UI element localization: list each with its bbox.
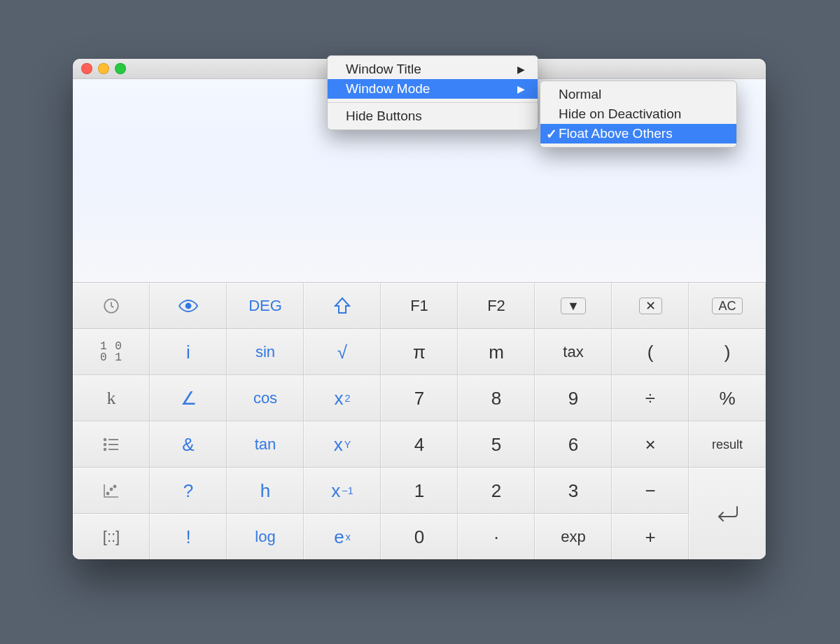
angle-button[interactable]: ∠ — [150, 375, 227, 421]
digit-7-button[interactable]: 7 — [381, 375, 458, 421]
context-menu: Window Title ▶ Window Mode ▶ Hide Button… — [327, 55, 538, 130]
menu-item-hide-buttons[interactable]: Hide Buttons — [328, 106, 538, 126]
lparen-button[interactable]: ( — [612, 329, 689, 375]
minus-button[interactable]: − — [612, 468, 689, 514]
svg-point-8 — [106, 492, 108, 494]
percent-button[interactable]: % — [689, 375, 766, 421]
digit-3-button[interactable]: 3 — [535, 468, 612, 514]
xy-base: x — [334, 434, 343, 456]
factorial-button[interactable]: ! — [150, 514, 227, 559]
close-button[interactable] — [81, 63, 92, 74]
menu-item-hide-on-deactivation[interactable]: Hide on Deactivation — [540, 104, 736, 124]
h-button[interactable]: h — [227, 468, 304, 514]
enter-button[interactable] — [689, 468, 766, 559]
svg-point-6 — [104, 449, 106, 451]
digit-1-button[interactable]: 1 — [381, 468, 458, 514]
divide-button[interactable]: ÷ — [612, 375, 689, 421]
matrix-button[interactable]: [::] — [73, 514, 150, 559]
deg-button[interactable]: DEG — [227, 283, 304, 329]
binary-button[interactable]: 1 0 0 1 — [73, 329, 150, 375]
digit-9-button[interactable]: 9 — [535, 375, 612, 421]
list-button[interactable] — [73, 421, 150, 468]
tan-button[interactable]: tan — [227, 421, 304, 468]
x-squared-sup: 2 — [345, 393, 351, 404]
digit-5-button[interactable]: 5 — [458, 421, 535, 468]
svg-point-1 — [186, 304, 191, 309]
sin-button[interactable]: sin — [227, 329, 304, 375]
cos-button[interactable]: cos — [227, 375, 304, 421]
clear-button[interactable]: ✕ — [612, 283, 689, 329]
minimize-button[interactable] — [98, 63, 109, 74]
question-button[interactable]: ? — [150, 468, 227, 514]
checkmark-icon: ✓ — [546, 126, 557, 142]
close-icon: ✕ — [639, 298, 662, 314]
sqrt-button[interactable]: √ — [304, 329, 381, 375]
ampersand-button[interactable]: & — [150, 421, 227, 468]
rparen-button[interactable]: ) — [689, 329, 766, 375]
svg-point-4 — [104, 444, 106, 446]
menu-item-label: Float Above Others — [559, 126, 673, 141]
f2-button[interactable]: F2 — [458, 283, 535, 329]
menu-item-float-above-others[interactable]: ✓ Float Above Others — [540, 124, 736, 144]
log-button[interactable]: log — [227, 514, 304, 559]
shift-button[interactable] — [304, 283, 381, 329]
digit-8-button[interactable]: 8 — [458, 375, 535, 421]
binary-icon: 1 0 0 1 — [100, 341, 122, 363]
digit-4-button[interactable]: 4 — [381, 421, 458, 468]
imaginary-i-button[interactable]: i — [150, 329, 227, 375]
x-squared-base: x — [335, 388, 344, 410]
scatter-plot-icon — [103, 483, 120, 498]
clock-icon — [102, 297, 120, 315]
chevron-down-icon: ▼ — [561, 298, 586, 314]
window-mode-submenu: Normal Hide on Deactivation ✓ Float Abov… — [540, 80, 737, 148]
ac-label: AC — [712, 298, 742, 314]
shift-up-icon — [334, 297, 351, 315]
digit-2-button[interactable]: 2 — [458, 468, 535, 514]
memory-button[interactable]: m — [458, 329, 535, 375]
menu-item-label: Hide Buttons — [346, 108, 422, 124]
menu-item-label: Window Title — [346, 62, 421, 77]
menu-item-window-mode[interactable]: Window Mode ▶ — [328, 79, 538, 99]
result-button[interactable]: result — [689, 421, 766, 468]
return-icon — [713, 504, 741, 524]
pi-button[interactable]: π — [381, 329, 458, 375]
list-icon — [103, 438, 120, 451]
ac-button[interactable]: AC — [689, 283, 766, 329]
keypad: DEG F1 F2 ▼ ✕ AC 1 0 0 1 i sin √ π m tax… — [73, 283, 766, 559]
xinv-base: x — [331, 480, 340, 502]
ex-sup: x — [346, 531, 351, 542]
plus-button[interactable]: + — [612, 514, 689, 559]
dropdown-button[interactable]: ▼ — [535, 283, 612, 329]
menu-item-label: Normal — [559, 87, 601, 102]
xinv-sup: −1 — [342, 485, 353, 496]
tax-button[interactable]: tax — [535, 329, 612, 375]
eye-icon — [178, 299, 199, 313]
e-power-x-button[interactable]: ex — [304, 514, 381, 559]
svg-point-2 — [104, 439, 106, 441]
multiply-button[interactable]: × — [612, 421, 689, 468]
plot-button[interactable] — [73, 468, 150, 514]
ex-base: e — [334, 526, 344, 548]
menu-separator — [328, 102, 538, 103]
menu-item-label: Window Mode — [346, 81, 430, 97]
digit-0-button[interactable]: 0 — [381, 514, 458, 559]
menu-item-window-title[interactable]: Window Title ▶ — [328, 59, 538, 79]
x-power-y-button[interactable]: xY — [304, 421, 381, 468]
menu-item-label: Hide on Deactivation — [559, 106, 681, 122]
k-button[interactable]: k — [73, 375, 150, 421]
submenu-arrow-icon: ▶ — [489, 83, 525, 94]
zoom-button[interactable] — [115, 63, 126, 74]
svg-point-9 — [110, 488, 112, 490]
decimal-button[interactable]: · — [458, 514, 535, 559]
history-button[interactable] — [73, 283, 150, 329]
x-squared-button[interactable]: x2 — [304, 375, 381, 421]
svg-point-10 — [113, 485, 115, 487]
f1-button[interactable]: F1 — [381, 283, 458, 329]
xy-sup: Y — [344, 439, 351, 450]
menu-item-normal[interactable]: Normal — [540, 85, 736, 104]
digit-6-button[interactable]: 6 — [535, 421, 612, 468]
view-button[interactable] — [150, 283, 227, 329]
x-inverse-button[interactable]: x−1 — [304, 468, 381, 514]
submenu-arrow-icon: ▶ — [489, 64, 525, 75]
exp-button[interactable]: exp — [535, 514, 612, 559]
